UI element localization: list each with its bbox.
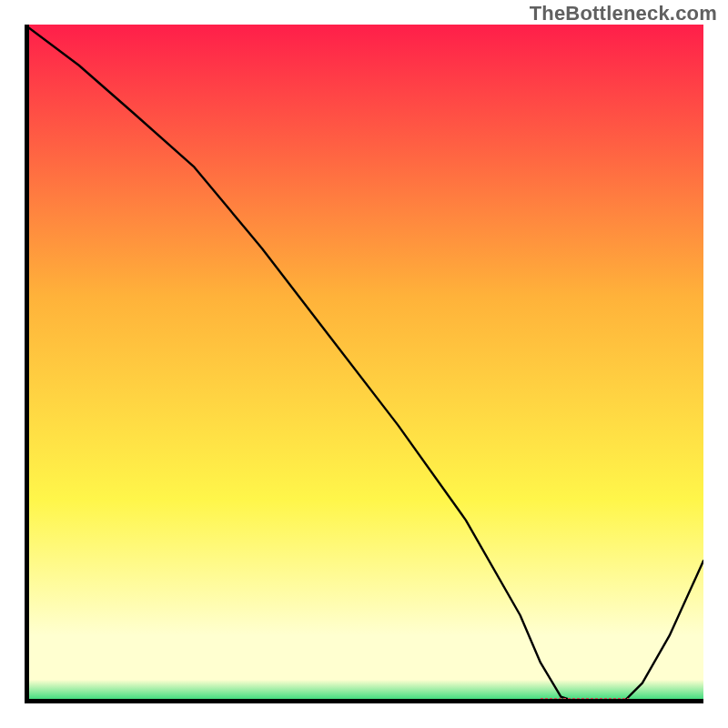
attribution-watermark: TheBottleneck.com xyxy=(530,2,717,25)
gradient-background xyxy=(25,25,703,703)
plot-area xyxy=(25,25,703,703)
chart-frame: TheBottleneck.com xyxy=(0,0,728,728)
bottleneck-chart xyxy=(25,25,703,703)
